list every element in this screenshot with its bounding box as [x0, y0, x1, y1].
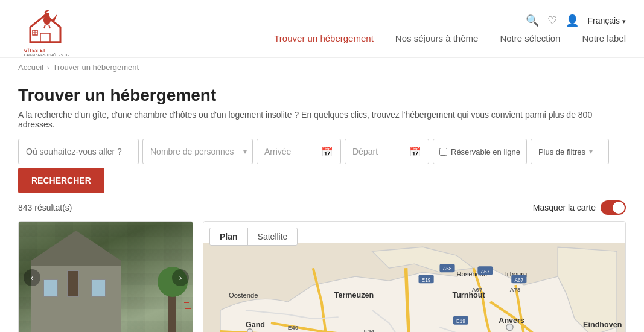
user-icon[interactable]: 👤 [566, 14, 579, 27]
breadcrumb-separator: › [47, 64, 49, 71]
svg-text:A67: A67 [514, 277, 523, 283]
svg-text:Eindhoven: Eindhoven [583, 321, 622, 329]
svg-line-4 [44, 25, 45, 28]
reservable-filter[interactable]: Réservable en ligne [433, 139, 527, 164]
svg-text:Anvers: Anvers [499, 316, 524, 325]
breadcrumb: Accueil › Trouver un hébergement [0, 58, 644, 77]
header: GÎTES ET CHAMBRES D'HÔTES DE WALLONIE 🔍 … [0, 0, 644, 58]
reservable-checkbox[interactable] [439, 148, 447, 156]
results-row: 843 résultat(s) Masquer la carte [0, 200, 644, 221]
map-tabs: Plan Satellite [209, 228, 298, 246]
page-description: A la recherche d'un gîte, d'une chambre … [18, 110, 626, 129]
svg-point-44 [247, 329, 252, 332]
toggle-knob [613, 202, 625, 214]
logo-area: GÎTES ET CHAMBRES D'HÔTES DE WALLONIE [18, 6, 112, 57]
page-title-area: Trouver un hébergement A la recherche d'… [0, 77, 644, 135]
more-filters[interactable]: Plus de filtres ▾ [531, 139, 609, 164]
svg-text:A58: A58 [443, 266, 452, 272]
departure-label: Départ [352, 147, 378, 156]
page-title: Trouver un hébergement [18, 86, 626, 105]
svg-text:WALLONIE: WALLONIE [24, 56, 58, 57]
favorite-icon[interactable]: ♡ [547, 14, 557, 27]
map-tab-plan[interactable]: Plan [210, 228, 248, 245]
language-selector[interactable]: Français ▾ [587, 16, 626, 25]
nav-item-selection[interactable]: Notre sélection [500, 33, 560, 43]
more-filters-chevron: ▾ [589, 147, 593, 156]
calendar-icon: 📅 [321, 146, 333, 158]
nav: 🔍 ♡ 👤 Français ▾ Trouver un hébergement … [274, 14, 626, 49]
svg-text:GÎTES ET: GÎTES ET [24, 48, 46, 53]
location-input[interactable] [18, 139, 139, 164]
persons-select[interactable]: Nombre de personnes [142, 139, 253, 164]
hide-map-toggle[interactable]: Masquer la carte [533, 200, 626, 215]
hide-map-label: Masquer la carte [533, 203, 596, 212]
svg-text:Termeuzen: Termeuzen [334, 291, 374, 299]
svg-point-43 [506, 324, 513, 330]
more-filters-label: Plus de filtres [538, 147, 585, 156]
svg-text:E19: E19 [422, 277, 431, 283]
chevron-down-icon: ▾ [622, 18, 626, 25]
breadcrumb-home[interactable]: Accueil [18, 63, 43, 72]
persons-select-wrapper[interactable]: Nombre de personnes ▾ [142, 139, 253, 164]
nav-item-themes[interactable]: Nos séjours à thème [395, 33, 479, 43]
calendar-icon-2: 📅 [409, 146, 421, 158]
search-button[interactable]: RECHERCHER [18, 168, 104, 193]
svg-text:E34: E34 [364, 328, 375, 332]
nav-item-find[interactable]: Trouver un hébergement [274, 33, 374, 43]
logo: GÎTES ET CHAMBRES D'HÔTES DE WALLONIE [18, 6, 112, 57]
svg-text:Oostende: Oostende [229, 292, 258, 299]
breadcrumb-current: Trouver un hébergement [53, 63, 139, 72]
svg-text:E19: E19 [456, 318, 465, 324]
map-area: Plan Satellite [203, 221, 626, 332]
svg-text:A73: A73 [509, 286, 520, 293]
results-count: 843 résultat(s) [18, 203, 72, 212]
arrival-input[interactable]: Arrivée 📅 [257, 139, 341, 164]
prev-image-button[interactable]: ‹ [24, 269, 40, 286]
card-image: ‹ › [19, 222, 193, 332]
svg-text:A67: A67 [480, 269, 489, 275]
svg-rect-6 [40, 33, 50, 42]
departure-input[interactable]: Départ 📅 [345, 139, 429, 164]
svg-text:Gand: Gand [246, 321, 265, 329]
search-icon[interactable]: 🔍 [526, 14, 539, 27]
listing-card: ‹ › Chambre d'hôtes 🌿🌿🌿🌿 4 épis ♥ Le Jar… [18, 221, 193, 332]
arrival-label: Arrivée [264, 147, 291, 156]
nav-item-label[interactable]: Notre label [582, 33, 626, 43]
next-image-button[interactable]: › [172, 269, 189, 286]
search-bar: Nombre de personnes ▾ Arrivée 📅 Départ 📅… [0, 135, 644, 200]
svg-point-3 [45, 13, 49, 18]
main-content: ‹ › Chambre d'hôtes 🌿🌿🌿🌿 4 épis ♥ Le Jar… [0, 221, 644, 332]
svg-line-5 [49, 25, 50, 28]
map-tab-satellite[interactable]: Satellite [248, 228, 298, 245]
reservable-label: Réservable en ligne [451, 147, 520, 156]
toggle-switch[interactable] [601, 200, 626, 215]
svg-text:Turnhout: Turnhout [452, 291, 485, 299]
